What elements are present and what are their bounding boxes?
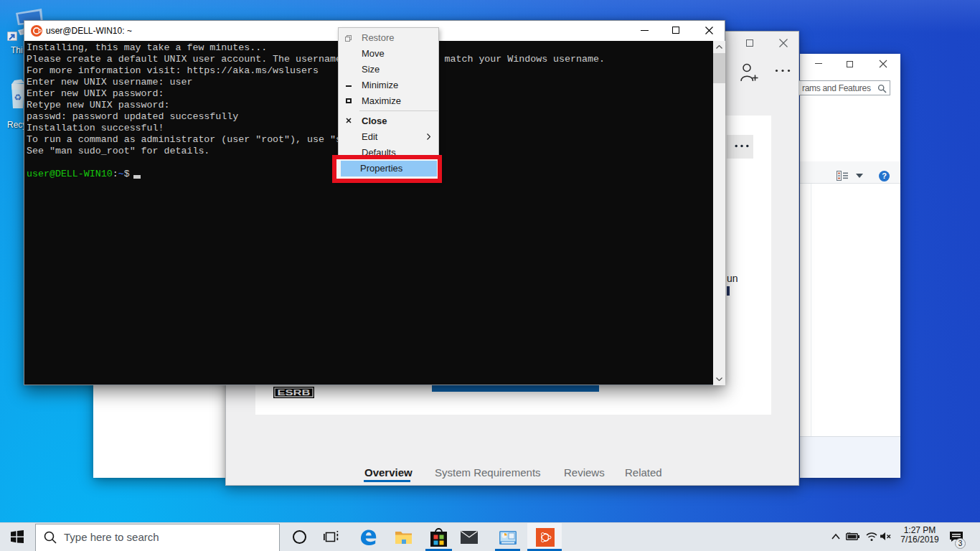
svg-text:♻: ♻ (14, 93, 22, 103)
svg-text:ESRB: ESRB (278, 388, 311, 397)
